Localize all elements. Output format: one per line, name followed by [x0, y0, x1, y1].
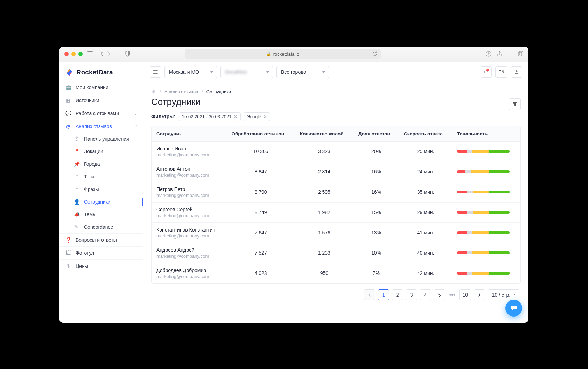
sentiment-bar	[457, 251, 510, 254]
collapse-sidebar-button[interactable]	[150, 66, 161, 78]
sidebar-item-sources[interactable]: ▦Источники	[59, 94, 143, 107]
filter-chip-label: 15.02.2021 - 30.03.2021	[182, 114, 232, 119]
shield-icon[interactable]	[125, 51, 130, 57]
page-4[interactable]: 4	[420, 289, 431, 300]
cell-processed: 8 790	[226, 182, 295, 202]
cell-share: 10%	[354, 243, 399, 263]
sidebar-item-tags[interactable]: #Теги	[59, 170, 143, 183]
sidebar-item-qa[interactable]: ❓Вопросы и ответы	[59, 233, 143, 246]
svg-rect-7	[512, 308, 514, 308]
page-5[interactable]: 5	[434, 289, 445, 300]
window-close[interactable]	[64, 52, 69, 56]
new-tab-icon[interactable]	[507, 51, 512, 57]
close-icon[interactable]: ✕	[263, 114, 267, 119]
reload-icon[interactable]	[372, 51, 377, 56]
filter-chip[interactable]: 15.02.2021 - 30.03.2021✕	[179, 112, 241, 121]
sidebar-item-employees[interactable]: 👤Сотрудники	[59, 196, 143, 208]
sidebar-item-reviews[interactable]: 💬Работа с отзывами⌄	[59, 107, 143, 120]
col-reply-share[interactable]: Доля ответов	[354, 126, 399, 142]
sidebar-item-concordance[interactable]: ✎Concordance	[59, 221, 143, 233]
pagination: 12345 ••• 10 10 / стр.	[151, 284, 521, 302]
cell-complaints: 3 323	[295, 141, 354, 162]
filter-chip[interactable]: Google✕	[244, 112, 271, 121]
brand-select[interactable]: Decathlon	[220, 66, 273, 78]
sidebar-item-label: Работа с отзывами	[76, 111, 119, 116]
col-employee[interactable]: Сотрдуник	[152, 126, 226, 142]
funnel-icon	[512, 102, 517, 107]
quote-icon: ❝	[74, 186, 80, 192]
per-page-select[interactable]: 10 / стр.	[488, 289, 519, 300]
filters-label: Фильтры:	[151, 114, 175, 119]
col-sentiment[interactable]: Тональность	[452, 126, 520, 142]
filter-button[interactable]	[509, 98, 521, 110]
cell-complaints: 2 595	[295, 182, 354, 202]
svg-point-5	[516, 70, 518, 72]
city-select-value: Все города	[281, 69, 306, 75]
sidebar: RocketData 🏢Мои компании▦Источники💬Работ…	[59, 62, 144, 323]
table-row[interactable]: Добродеев Добромирmarketing@company.com4…	[152, 263, 520, 283]
address-bar[interactable]: 🔒 rocketdata.io	[185, 49, 381, 59]
table-row[interactable]: Антонов Антонmarketing@company.com8 8472…	[152, 162, 520, 182]
page-last[interactable]: 10	[459, 289, 471, 300]
share-icon[interactable]	[497, 51, 502, 57]
page-1[interactable]: 1	[378, 289, 389, 300]
sidebar-toggle-icon[interactable]	[87, 51, 93, 56]
crumb-section[interactable]: Анализ отзывов	[164, 89, 198, 94]
city-select[interactable]: Все города	[276, 66, 329, 78]
sidebar-item-analysis[interactable]: ◔Анализ отзывов⌃	[59, 120, 143, 133]
col-complaints[interactable]: Количество жалоб	[295, 126, 354, 142]
table-row[interactable]: Андреев Андрейmarketing@company.com7 527…	[152, 243, 520, 263]
page-ellipsis: •••	[448, 292, 457, 298]
col-processed[interactable]: Обработанно отзывов	[226, 126, 295, 142]
nav-forward-icon[interactable]	[107, 51, 111, 56]
table-row[interactable]: Иванов Иванmarketing@company.com10 3053 …	[152, 141, 520, 162]
page-2[interactable]: 2	[392, 289, 403, 300]
image-icon: 🖼	[65, 250, 71, 256]
cell-processed: 4 023	[226, 263, 295, 283]
sidebar-item-dashboard[interactable]: ⏱Панель управления	[59, 133, 143, 145]
brand-name: RocketData	[76, 69, 113, 76]
svg-rect-6	[512, 307, 516, 307]
table-row[interactable]: Константинов Константинmarketing@company…	[152, 222, 520, 243]
cell-speed: 24 мин.	[399, 162, 452, 182]
window-zoom[interactable]	[78, 52, 83, 56]
language-button[interactable]: EN	[495, 66, 507, 78]
table-row[interactable]: Петров Петрmarketing@company.com8 7902 5…	[152, 182, 520, 202]
nav-back-icon[interactable]	[100, 51, 104, 56]
cell-share: 7%	[354, 263, 399, 283]
page-next[interactable]	[474, 289, 485, 300]
cell-processed: 8 847	[226, 162, 295, 182]
tabs-icon[interactable]	[518, 51, 524, 57]
sidebar-item-label: Локации	[84, 149, 103, 154]
hash-icon: #	[74, 174, 80, 179]
close-icon[interactable]: ✕	[234, 114, 238, 119]
sidebar-item-cities[interactable]: 📌Города	[59, 158, 143, 170]
chat-icon	[510, 304, 518, 312]
cell-speed: 40 мин.	[399, 243, 452, 263]
sidebar-item-phrases[interactable]: ❝Фразы	[59, 183, 143, 196]
col-reply-speed[interactable]: Скорость ответа	[399, 126, 452, 142]
sidebar-item-phototool[interactable]: 🖼Фототул	[59, 246, 143, 259]
table-row[interactable]: Сергеев Сергейmarketing@company.com8 749…	[152, 202, 520, 222]
profile-button[interactable]	[511, 66, 522, 78]
chat-fab[interactable]	[505, 300, 522, 317]
svg-rect-4	[519, 51, 523, 55]
content: / Анализ отзывов / Сотрудники Сотрудники…	[144, 83, 528, 323]
notifications-button[interactable]	[481, 66, 492, 78]
sidebar-item-topics[interactable]: 📣Темы	[59, 208, 143, 221]
employee-name: Иванов Иван	[156, 146, 222, 151]
page-3[interactable]: 3	[406, 289, 417, 300]
url-text: rocketdata.io	[273, 51, 299, 57]
window-minimize[interactable]	[71, 52, 76, 56]
page-prev[interactable]	[364, 289, 375, 300]
sidebar-item-companies[interactable]: 🏢Мои компании	[59, 81, 143, 94]
cell-processed: 7 647	[226, 222, 295, 243]
brand-logo[interactable]: RocketData	[59, 62, 143, 81]
main: Москва и МО Decathlon Все города EN	[144, 62, 528, 323]
sidebar-item-prices[interactable]: ＄Цены	[59, 259, 143, 273]
chevron-down-icon: ⌄	[134, 111, 138, 116]
sidebar-item-locations[interactable]: 📍Локации	[59, 145, 143, 158]
language-label: EN	[498, 70, 504, 74]
downloads-icon[interactable]	[486, 51, 491, 57]
region-select[interactable]: Москва и МО	[164, 66, 217, 78]
